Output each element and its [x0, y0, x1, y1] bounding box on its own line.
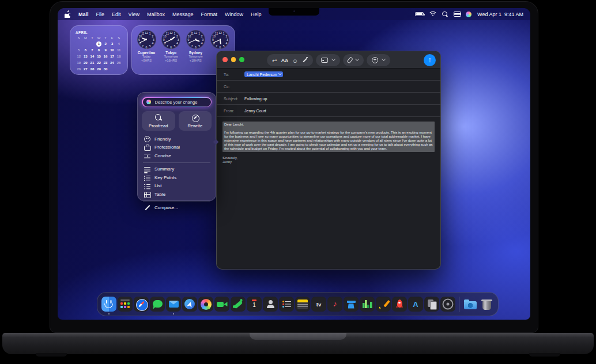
attachment-button[interactable] [343, 54, 364, 66]
day-cell[interactable]: 5 [76, 48, 82, 53]
day-cell[interactable]: 6 [82, 48, 89, 53]
dock-pages-icon[interactable] [376, 297, 391, 312]
selected-day-cell[interactable]: 1 [96, 41, 101, 47]
wifi-icon[interactable] [429, 11, 436, 17]
writing-tool-table[interactable]: Table [142, 190, 212, 199]
day-cell[interactable]: 26 [76, 66, 82, 71]
dock-keynote-icon[interactable] [344, 297, 359, 312]
day-cell[interactable]: 9 [102, 48, 109, 53]
dock-calendar-icon[interactable] [247, 297, 262, 312]
day-cell[interactable]: 17 [109, 54, 116, 59]
describe-change-field[interactable] [143, 98, 211, 107]
day-cell[interactable]: 27 [82, 66, 89, 71]
calendar-widget[interactable]: APRIL SMTWTFS123456789101112131415161718… [70, 25, 128, 75]
day-cell[interactable]: 18 [115, 54, 122, 59]
send-button[interactable] [424, 54, 436, 66]
day-cell[interactable]: 22 [96, 60, 103, 65]
menu-format[interactable]: Format [201, 12, 217, 17]
dock-music-icon[interactable] [327, 297, 342, 312]
day-cell[interactable]: 7 [89, 48, 96, 53]
writing-tool-professional[interactable]: Professional [142, 143, 212, 152]
day-cell[interactable]: 12 [76, 54, 82, 59]
siri-icon[interactable] [466, 12, 471, 17]
dock-maps-icon[interactable] [182, 297, 197, 312]
dock-mail-icon[interactable] [166, 297, 181, 312]
world-clock-tokyo[interactable]: 121234567891011TokyoTomorrow+16HRS [159, 30, 183, 70]
dock-phone-icon[interactable] [231, 297, 246, 312]
day-cell[interactable]: 11 [115, 48, 122, 53]
day-cell[interactable]: 4 [115, 41, 122, 47]
day-cell[interactable]: 24 [109, 60, 116, 65]
dock-files-icon[interactable] [424, 297, 439, 312]
day-cell[interactable]: 29 [96, 66, 103, 71]
apple-menu-icon[interactable] [65, 10, 71, 18]
dock-launchpad-icon[interactable] [392, 297, 407, 312]
world-clock-sydney[interactable]: 121234567891011SydneyTomorrow+18HRS [183, 30, 208, 70]
emoji-icon[interactable] [292, 55, 298, 65]
writing-tool-key-points[interactable]: Key Points [142, 173, 212, 182]
message-body[interactable]: Dear Lanchi, I'm following up regarding … [217, 117, 440, 169]
menu-view[interactable]: View [129, 12, 139, 17]
insert-button[interactable] [367, 54, 390, 66]
search-icon[interactable] [442, 12, 448, 17]
day-cell[interactable]: 19 [76, 60, 82, 65]
field-from[interactable]: From:Jenny Court [217, 105, 440, 117]
menu-message[interactable]: Message [172, 12, 194, 17]
menu-bar-clock[interactable]: Wed Apr 1 9:41 AM [477, 12, 523, 17]
rewrite-button[interactable]: Rewrite [179, 111, 212, 131]
dock-apps-icon[interactable] [118, 297, 133, 312]
dock-trash-icon[interactable] [479, 297, 494, 312]
menu-file[interactable]: File [96, 12, 105, 17]
dock-settings-icon[interactable] [440, 297, 455, 312]
photo-browser-button[interactable] [316, 54, 340, 66]
close-button[interactable] [222, 57, 228, 62]
day-cell[interactable]: 8 [96, 48, 103, 53]
day-cell[interactable]: 10 [109, 48, 116, 53]
field-cc[interactable]: Cc: [217, 81, 440, 93]
writing-tool-summary[interactable]: Summary [142, 165, 212, 174]
day-cell[interactable]: 21 [89, 60, 96, 65]
battery-icon[interactable] [415, 12, 424, 16]
menu-window[interactable]: Window [225, 12, 243, 17]
day-cell[interactable]: 13 [82, 54, 89, 59]
compose-menu-item[interactable]: Compose... [142, 204, 212, 213]
zoom-button[interactable] [239, 57, 244, 62]
world-clock-cupertino[interactable]: 121234567891011CupertinoToday+0HRS [134, 30, 159, 70]
dock-downloads-icon[interactable] [463, 297, 478, 312]
writing-tool-concise[interactable]: Concise [142, 151, 212, 160]
menu-mailbox[interactable]: Mailbox [147, 12, 165, 17]
dock-reminders-icon[interactable] [279, 297, 294, 312]
dock-notes-icon[interactable] [295, 297, 310, 312]
day-cell[interactable]: 28 [89, 66, 96, 71]
day-cell[interactable]: 3 [109, 41, 116, 47]
day-cell[interactable]: 30 [102, 66, 109, 71]
dock-tv-icon[interactable] [311, 297, 326, 312]
menu-mail[interactable]: Mail [78, 12, 89, 17]
writing-tool-friendly[interactable]: Friendly [142, 135, 212, 143]
day-cell[interactable]: 14 [89, 54, 96, 59]
day-cell[interactable]: 16 [102, 54, 109, 59]
describe-change-input[interactable] [154, 99, 208, 105]
recipient-pill[interactable]: Lanchi Pederson [244, 71, 283, 77]
dock-facetime-icon[interactable] [214, 297, 229, 312]
menu-edit[interactable]: Edit [112, 12, 121, 17]
dock-messages-icon[interactable] [150, 297, 165, 312]
day-cell[interactable]: 20 [82, 60, 89, 65]
control-center-icon[interactable] [454, 12, 460, 17]
dock-numbers-icon[interactable] [360, 297, 375, 312]
day-cell[interactable]: 15 [96, 54, 103, 59]
day-cell[interactable]: 25 [115, 60, 122, 65]
proofread-button[interactable]: Proofread [142, 111, 175, 131]
dock-safari-icon[interactable] [134, 297, 149, 312]
undo-icon[interactable] [272, 55, 277, 65]
dock-finder-icon[interactable] [101, 297, 116, 312]
writing-tools-icon[interactable] [302, 57, 308, 63]
dock-contacts-icon[interactable] [263, 297, 278, 312]
menu-help[interactable]: Help [251, 12, 262, 17]
format-icon[interactable]: Aa [281, 57, 288, 63]
dock-photos-icon[interactable] [198, 297, 213, 312]
field-subject[interactable]: Subject:Following up [217, 93, 440, 105]
minimize-button[interactable] [231, 57, 236, 62]
day-cell[interactable]: 23 [102, 60, 109, 65]
dock-app-store-icon[interactable] [408, 297, 423, 312]
